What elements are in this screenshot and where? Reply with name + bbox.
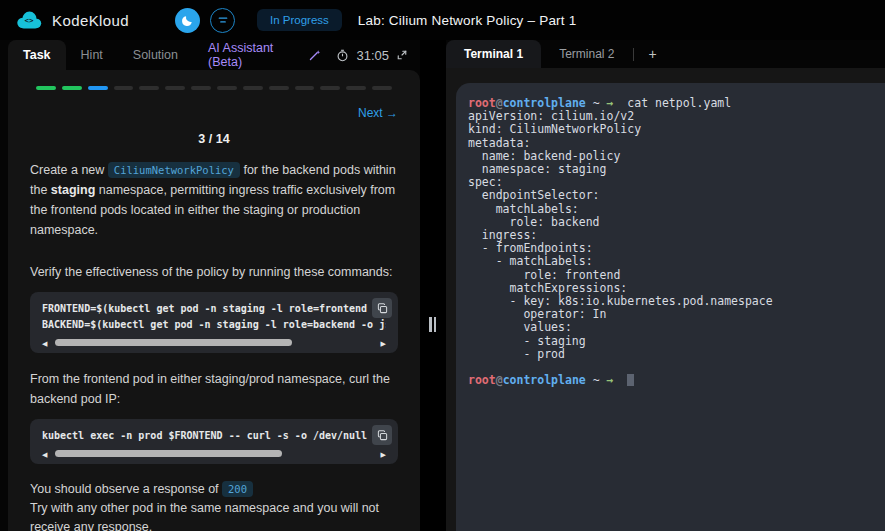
tab-task[interactable]: Task <box>8 40 66 70</box>
horizontal-scrollbar: ◀ ▶ <box>42 335 386 351</box>
terminal-wrapper: root@controlplane ~ → cat netpol.yamlapi… <box>446 68 885 531</box>
terminal-column: Terminal 1 Terminal 2 + root@controlplan… <box>446 40 885 531</box>
progress-segment-6[interactable] <box>165 86 185 90</box>
progress-segment-14[interactable] <box>372 86 392 90</box>
terminal-cursor <box>627 374 634 386</box>
progress-segment-3[interactable] <box>88 86 108 90</box>
description-text: Create a new <box>30 163 108 177</box>
terminal-output-line: - prod <box>468 348 885 361</box>
main-area: Task Hint Solution AI Assistant (Beta) <box>0 40 885 531</box>
kodekloud-logo[interactable]: <> KodeKloud <box>14 10 129 31</box>
scroll-right-arrow[interactable]: ▶ <box>376 340 386 347</box>
tab-ai-assistant[interactable]: AI Assistant (Beta) <box>193 40 336 70</box>
progress-segment-1[interactable] <box>36 86 56 90</box>
code-line: BACKEND=$(kubectl get pod -n staging -l … <box>42 317 386 333</box>
copy-button[interactable] <box>372 425 392 445</box>
progress-segment-4[interactable] <box>114 86 134 90</box>
terminal-output-line: values: <box>468 321 885 334</box>
sparkle-wand-icon <box>308 49 321 62</box>
response-expectation: You should observe a response of 200 Try… <box>30 480 398 531</box>
progress-segment-8[interactable] <box>217 86 237 90</box>
settings-menu-button[interactable] <box>210 8 235 33</box>
response-text: You should observe a response of <box>30 482 222 496</box>
progress-segment-12[interactable] <box>320 86 340 90</box>
terminal-output-line: role: frontend <box>468 269 885 282</box>
progress-segment-10[interactable] <box>269 86 289 90</box>
terminal-output[interactable]: root@controlplane ~ → cat netpol.yamlapi… <box>456 83 885 531</box>
add-terminal-button[interactable]: + <box>634 40 672 68</box>
scroll-left-arrow[interactable]: ◀ <box>42 451 52 458</box>
description-text: staging <box>51 183 95 197</box>
next-step-link[interactable]: Next → <box>30 106 398 120</box>
resize-handle[interactable] <box>429 317 436 332</box>
progress-segment-13[interactable] <box>346 86 366 90</box>
step-indicator: 3 / 14 <box>30 132 398 146</box>
code-block-1-lines: FRONTEND=$(kubectl get pod -n staging -l… <box>42 301 386 333</box>
task-tab-bar: Task Hint Solution AI Assistant (Beta) <box>8 40 420 70</box>
scroll-track[interactable] <box>52 450 376 458</box>
page-title: Lab: Cilium Network Policy – Part 1 <box>358 13 577 28</box>
terminal-output-line: - staging <box>468 335 885 348</box>
tab-terminal-2[interactable]: Terminal 2 <box>541 40 632 68</box>
expand-icon[interactable] <box>396 49 408 61</box>
scroll-track[interactable] <box>52 339 376 347</box>
tab-solution[interactable]: Solution <box>118 40 193 70</box>
code-line: FRONTEND=$(kubectl get pod -n staging -l… <box>42 301 386 317</box>
cloud-logo-icon: <> <box>14 10 44 31</box>
scroll-left-arrow[interactable]: ◀ <box>42 340 52 347</box>
progress-segment-7[interactable] <box>191 86 211 90</box>
progress-segment-11[interactable] <box>295 86 315 90</box>
scroll-thumb[interactable] <box>55 450 282 457</box>
terminal-tab-bar: Terminal 1 Terminal 2 + <box>446 40 885 68</box>
scroll-right-arrow[interactable]: ▶ <box>376 451 386 458</box>
progress-bar <box>36 86 392 90</box>
curl-instructions: From the frontend pod in either staging/… <box>30 369 398 409</box>
terminal-output-line: - matchLabels: <box>468 255 885 268</box>
terminal-output-line: endpointSelector: <box>468 189 885 202</box>
tab-hint[interactable]: Hint <box>66 40 118 70</box>
scroll-thumb[interactable] <box>55 339 292 346</box>
task-column: Task Hint Solution AI Assistant (Beta) <box>8 40 420 531</box>
code-block-2-lines: kubectl exec -n prod $FRONTEND -- curl -… <box>42 428 386 444</box>
terminal-output-line: metadata: <box>468 137 885 150</box>
inline-code-chip: CiliumNetworkPolicy <box>108 162 240 178</box>
svg-text:<>: <> <box>24 16 34 25</box>
brand-name: KodeKloud <box>52 12 129 29</box>
response-code-chip: 200 <box>222 481 253 497</box>
terminal-output-line: namespace: staging <box>468 163 885 176</box>
progress-segment-2[interactable] <box>62 86 82 90</box>
code-line: kubectl exec -n prod $FRONTEND -- curl -… <box>42 428 386 444</box>
tab-terminal-1[interactable]: Terminal 1 <box>446 40 541 68</box>
code-block-1: FRONTEND=$(kubectl get pod -n staging -l… <box>30 292 398 353</box>
response-note: Try with any other pod in the same names… <box>30 501 379 531</box>
progress-segment-5[interactable] <box>139 86 159 90</box>
terminal-output-line: kind: CiliumNetworkPolicy <box>468 123 885 136</box>
task-toolbar: 31:05 <box>336 40 420 70</box>
code-block-2: kubectl exec -n prod $FRONTEND -- curl -… <box>30 419 398 464</box>
task-description: Create a new CiliumNetworkPolicy for the… <box>30 160 398 240</box>
task-panel: Next → 3 / 14 Create a new CiliumNetwork… <box>8 70 420 531</box>
dark-mode-toggle[interactable] <box>175 8 200 33</box>
top-bar: <> KodeKloud In Progress Lab: Cilium Net… <box>0 0 885 40</box>
verify-instructions: Verify the effectiveness of the policy b… <box>30 262 398 282</box>
sliders-icon <box>217 14 229 26</box>
copy-button[interactable] <box>372 298 392 318</box>
panel-divider <box>420 40 446 531</box>
terminal-output-line: matchLabels: <box>468 203 885 216</box>
ai-assistant-label: AI Assistant (Beta) <box>208 41 302 69</box>
timer-value: 31:05 <box>356 48 389 63</box>
horizontal-scrollbar: ◀ ▶ <box>42 446 386 462</box>
progress-segment-9[interactable] <box>243 86 263 90</box>
terminal-prompt-line: root@controlplane ~ → <box>468 374 885 387</box>
stopwatch-icon <box>336 49 349 62</box>
status-badge: In Progress <box>257 9 342 31</box>
moon-icon <box>181 14 194 27</box>
